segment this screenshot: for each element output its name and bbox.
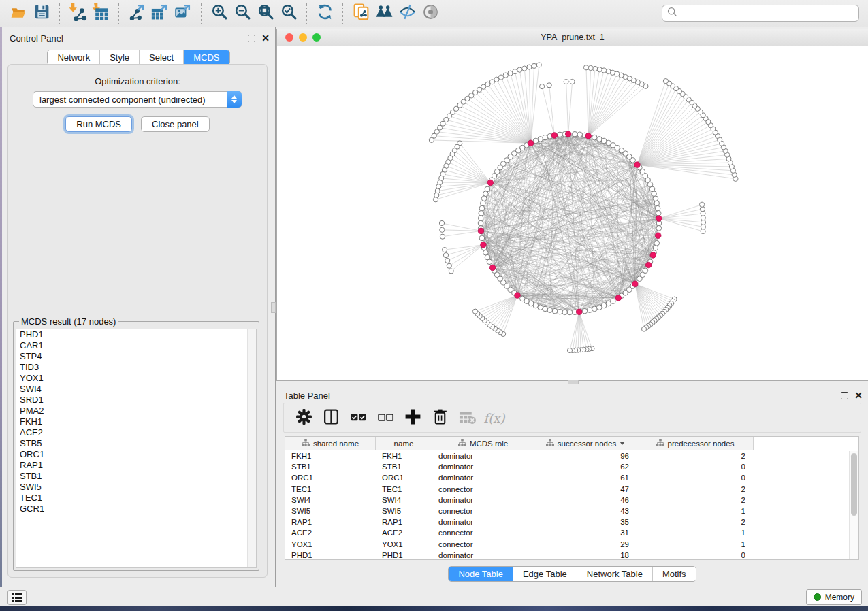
mcds-result-item[interactable]: ACE2 — [16, 427, 256, 438]
task-history-button[interactable] — [7, 590, 27, 605]
export-network-button[interactable] — [125, 3, 148, 24]
settings-gear-button[interactable] — [295, 409, 312, 427]
cell-name: ORC1 — [376, 474, 432, 482]
export-network-icon — [128, 3, 146, 24]
column-type-icon — [656, 439, 664, 448]
add-column-button[interactable] — [404, 409, 421, 427]
minimize-window-icon[interactable] — [299, 33, 307, 42]
tab-mcds[interactable]: MCDS — [183, 50, 229, 65]
tab-motifs[interactable]: Motifs — [652, 567, 696, 581]
table-row[interactable]: PHD1PHD1dominator180 — [285, 550, 858, 560]
table-row[interactable]: ACE2ACE2connector311 — [285, 527, 858, 538]
open-file-button[interactable] — [7, 3, 30, 24]
delete-column-button[interactable] — [431, 409, 449, 427]
zoom-selected-button[interactable] — [277, 3, 300, 24]
split-panel-button[interactable] — [322, 409, 340, 427]
export-table-button[interactable] — [148, 3, 172, 24]
tab-network[interactable]: Network — [48, 50, 99, 65]
run-mcds-button[interactable]: Run MCDS — [65, 116, 132, 132]
close-panel-icon[interactable]: ✕ — [261, 35, 270, 42]
import-table-button[interactable] — [89, 3, 112, 24]
import-network-button[interactable] — [66, 3, 89, 24]
network-window-titlebar[interactable]: YPA_prune.txt_1 — [277, 29, 868, 46]
network-search-field[interactable] — [662, 5, 859, 22]
criterion-dropdown[interactable]: largest connected component (undirected) — [33, 91, 242, 108]
column-header-name[interactable]: name — [376, 437, 432, 450]
mcds-result-item[interactable]: STB5 — [16, 438, 256, 449]
mcds-result-item[interactable]: ORC1 — [16, 449, 256, 460]
tab-select[interactable]: Select — [139, 50, 183, 65]
float-panel-icon[interactable] — [248, 35, 255, 42]
tab-style[interactable]: Style — [99, 50, 139, 65]
close-window-icon[interactable] — [285, 33, 293, 42]
zoom-in-button[interactable] — [208, 3, 231, 24]
birds-eye-view-button[interactable] — [419, 3, 442, 24]
export-image-button[interactable] — [172, 3, 195, 24]
node-table-header-row: shared namenameMCDS rolesuccessor nodesp… — [285, 437, 858, 450]
mcds-result-item[interactable]: PMA2 — [16, 406, 256, 416]
mcds-result-item[interactable]: STP4 — [16, 351, 256, 362]
horizontal-splitter-handle[interactable] — [568, 380, 579, 384]
mcds-result-item[interactable]: TID3 — [16, 362, 256, 373]
mcds-result-item[interactable]: SWI4 — [16, 384, 256, 395]
control-panel-header: Control Panel ✕ — [2, 31, 270, 46]
table-row[interactable]: SWI5SWI5connector431 — [285, 506, 858, 516]
mcds-result-item[interactable]: STB1 — [16, 471, 256, 482]
column-header-successor-nodes[interactable]: successor nodes — [534, 437, 637, 450]
mcds-result-list[interactable]: PHD1CAR1STP4TID3YOX1SWI4SRD1PMA2FKH1ACE2… — [16, 329, 257, 568]
mcds-result-item[interactable]: TEC1 — [16, 493, 256, 503]
toggle-graphics-details-icon — [398, 3, 417, 24]
control-panel-title: Control Panel — [10, 33, 63, 44]
mcds-tab-content: Optimization criterion: largest connecte… — [7, 64, 268, 578]
export-table-icon — [151, 3, 170, 24]
mcds-list-scrollbar[interactable] — [247, 329, 256, 567]
table-row[interactable]: TEC1TEC1connector472 — [285, 484, 858, 495]
deselect-all-button[interactable] — [376, 409, 394, 427]
mcds-result-item[interactable]: FKH1 — [16, 416, 256, 427]
table-row[interactable]: ORC1ORC1dominator610 — [285, 472, 858, 483]
close-panel-icon[interactable]: ✕ — [854, 392, 863, 399]
tab-node-table[interactable]: Node Table — [449, 567, 513, 581]
mcds-result-title: MCDS result (17 nodes) — [19, 316, 118, 327]
table-row[interactable]: STB1STB1dominator620 — [285, 461, 858, 472]
table-row[interactable]: FKH1FKH1dominator962 — [285, 450, 858, 461]
cell-successor-nodes: 96 — [534, 452, 637, 460]
search-input[interactable] — [677, 7, 858, 20]
tab-network-table[interactable]: Network Table — [577, 567, 652, 581]
refresh-button[interactable] — [313, 3, 336, 24]
cell-shared-name: YOX1 — [285, 540, 376, 548]
memory-button[interactable]: Memory — [806, 589, 862, 605]
save-button[interactable] — [30, 3, 53, 24]
mcds-result-item[interactable]: SWI5 — [16, 482, 256, 493]
mcds-result-item[interactable]: GCR1 — [16, 503, 256, 514]
cell-name: ACE2 — [376, 529, 432, 537]
network-canvas[interactable] — [277, 46, 868, 380]
mcds-result-item[interactable]: YOX1 — [16, 373, 256, 384]
zoom-out-button[interactable] — [231, 3, 254, 24]
table-row[interactable]: YOX1YOX1connector291 — [285, 539, 858, 550]
close-panel-button[interactable]: Close panel — [141, 116, 210, 132]
table-row[interactable]: RAP1RAP1dominator352 — [285, 516, 858, 527]
column-header-predecessor-nodes[interactable]: predecessor nodes — [637, 437, 754, 450]
toolbar-separator — [306, 3, 307, 24]
column-header-MCDS-role[interactable]: MCDS role — [432, 437, 534, 450]
network-search-button[interactable] — [372, 3, 396, 24]
zoom-fit-button[interactable] — [254, 3, 277, 24]
column-header-shared-name[interactable]: shared name — [285, 437, 376, 450]
maximize-window-icon[interactable] — [312, 33, 321, 42]
select-all-button[interactable] — [349, 409, 367, 427]
table-scrollbar-thumb[interactable] — [851, 453, 857, 516]
tab-edge-table[interactable]: Edge Table — [513, 567, 577, 581]
table-row[interactable]: SWI4SWI4dominator462 — [285, 495, 858, 506]
mcds-result-item[interactable]: SRD1 — [16, 395, 256, 406]
float-panel-icon[interactable] — [841, 392, 848, 399]
mcds-result-item[interactable]: PHD1 — [16, 329, 256, 340]
cell-predecessor-nodes: 2 — [637, 496, 754, 504]
mcds-result-item[interactable]: RAP1 — [16, 460, 256, 471]
mcds-result-item[interactable]: CAR1 — [16, 340, 256, 351]
table-scrollbar[interactable] — [849, 451, 858, 559]
vertical-splitter-handle[interactable] — [271, 302, 276, 313]
duplicate-network-button[interactable] — [349, 3, 372, 24]
toggle-graphics-details-button[interactable] — [396, 3, 419, 24]
deselect-all-icon — [376, 408, 395, 429]
